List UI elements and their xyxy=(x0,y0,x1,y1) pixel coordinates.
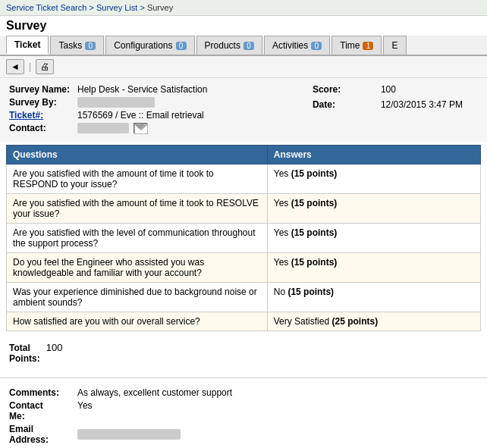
question-cell: How satisfied are you with our overall s… xyxy=(7,312,268,331)
tab-ticket-label: Ticket xyxy=(14,39,40,50)
table-row: Are you satisfied with the amount of tim… xyxy=(7,164,481,194)
breadcrumb: Service Ticket Search > Survey List > Su… xyxy=(0,0,487,16)
totals-value: 100 xyxy=(46,342,63,353)
totals-label: TotalPoints: xyxy=(9,343,40,364)
answer-cell: Yes (15 points) xyxy=(267,253,480,283)
ticket-label[interactable]: Ticket#: xyxy=(9,110,77,121)
email-icon[interactable] xyxy=(134,123,147,133)
tab-activities[interactable]: Activities 0 xyxy=(264,36,330,55)
table-header-answers: Answers xyxy=(267,146,480,164)
survey-info: Survey Name: Help Desk - Service Satisfa… xyxy=(0,78,487,142)
survey-name-value: Help Desk - Service Satisfaction xyxy=(77,84,207,95)
question-cell: Was your experience diminished due to ba… xyxy=(7,283,268,312)
answer-cell: Yes (15 points) xyxy=(267,164,480,194)
comments-label: Comments: xyxy=(9,387,77,398)
question-cell: Do you feel the Engineer who assisted yo… xyxy=(7,253,268,283)
toolbar-divider: | xyxy=(29,61,31,72)
breadcrumb-link-survey-list[interactable]: Survey List xyxy=(96,3,137,12)
tab-configurations[interactable]: Configurations 0 xyxy=(105,36,194,55)
tab-extra-label: E xyxy=(391,40,397,51)
tab-tasks-label: Tasks xyxy=(58,40,82,51)
tab-activities-label: Activities xyxy=(272,40,308,51)
tab-time-badge: 1 xyxy=(363,42,373,50)
back-button[interactable]: ◄ xyxy=(6,59,24,74)
toolbar: ◄ | 🖨 xyxy=(0,56,487,78)
question-cell: Are you satisfied with the amount of tim… xyxy=(7,194,268,224)
tab-configurations-badge: 0 xyxy=(176,42,187,50)
tab-configurations-label: Configurations xyxy=(114,40,172,51)
survey-by-value: ████████████ xyxy=(77,97,155,108)
tab-products[interactable]: Products 0 xyxy=(196,36,262,55)
table-header-questions: Questions xyxy=(7,146,268,164)
question-cell: Are you satisfied with the amount of tim… xyxy=(7,164,268,194)
tab-products-label: Products xyxy=(205,40,240,51)
tab-time-label: Time xyxy=(340,40,360,51)
section-divider xyxy=(0,378,487,378)
answer-cell: Yes (15 points) xyxy=(267,194,480,224)
email-address-label: EmailAddress: xyxy=(9,424,77,445)
question-cell: Are you satisfied with the level of comm… xyxy=(7,224,268,253)
answer-cell: Yes (15 points) xyxy=(267,224,480,253)
tab-tasks[interactable]: Tasks 0 xyxy=(50,36,104,55)
tab-bar: Ticket Tasks 0 Configurations 0 Products… xyxy=(0,36,487,56)
contact-me-value: Yes xyxy=(77,400,93,411)
print-button[interactable]: 🖨 xyxy=(36,59,54,74)
footer-section: Comments: As always, excellent customer … xyxy=(0,384,487,448)
ticket-value: 1576569 / Eve :: Email retrieval xyxy=(77,110,204,121)
breadcrumb-link-service-ticket-search[interactable]: Service Ticket Search xyxy=(6,3,86,12)
score-label: Score: xyxy=(313,84,381,95)
contact-value: ████████ xyxy=(77,123,129,133)
tab-time[interactable]: Time 1 xyxy=(331,36,382,55)
contact-me-label: ContactMe: xyxy=(9,400,77,421)
tab-products-badge: 0 xyxy=(244,42,254,50)
table-row: Do you feel the Engineer who assisted yo… xyxy=(7,253,481,283)
survey-by-label: Survey By: xyxy=(9,97,77,108)
table-row: Was your experience diminished due to ba… xyxy=(7,283,481,312)
table-row: Are you satisfied with the level of comm… xyxy=(7,224,481,253)
tab-tasks-badge: 0 xyxy=(85,42,96,50)
tab-extra[interactable]: E xyxy=(383,36,406,55)
score-value: 100 xyxy=(381,84,396,95)
table-row: Are you satisfied with the amount of tim… xyxy=(7,194,481,224)
email-address-value: ████████████████ xyxy=(77,429,181,440)
date-label: Date: xyxy=(313,99,381,110)
tab-activities-badge: 0 xyxy=(311,42,322,50)
table-row: How satisfied are you with our overall s… xyxy=(7,312,481,331)
breadcrumb-current: Survey xyxy=(147,3,173,12)
survey-name-label: Survey Name: xyxy=(9,84,77,95)
survey-table: Questions Answers Are you satisfied with… xyxy=(6,145,481,331)
answer-cell: Very Satisfied (25 points) xyxy=(267,312,480,331)
contact-label: Contact: xyxy=(9,123,77,133)
date-value: 12/03/2015 3:47 PM xyxy=(381,99,463,110)
answer-cell: No (15 points) xyxy=(267,283,480,312)
page-title: Survey xyxy=(0,16,487,36)
tab-ticket[interactable]: Ticket xyxy=(6,36,49,55)
comments-value: As always, excellent customer support xyxy=(77,387,232,398)
totals-section: TotalPoints: 100 xyxy=(0,334,487,371)
